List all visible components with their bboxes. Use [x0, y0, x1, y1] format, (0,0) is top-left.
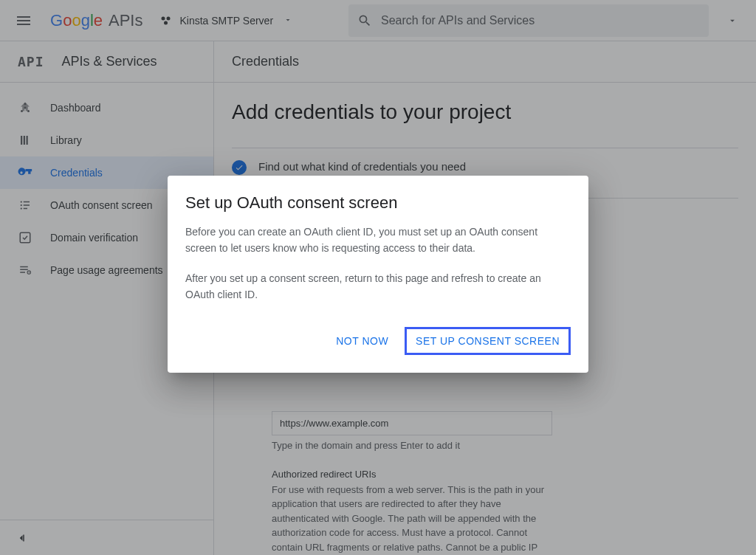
not-now-button[interactable]: Not now [326, 327, 399, 355]
oauth-consent-dialog: Set up OAuth consent screen Before you c… [168, 176, 588, 373]
dialog-title: Set up OAuth consent screen [185, 193, 571, 213]
modal-scrim[interactable]: Set up OAuth consent screen Before you c… [0, 0, 756, 555]
dialog-paragraph: Before you can create an OAuth client ID… [185, 224, 571, 256]
dialog-paragraph: After you set up a consent screen, retur… [185, 271, 571, 303]
set-up-consent-screen-button[interactable]: Set up consent screen [405, 327, 571, 355]
